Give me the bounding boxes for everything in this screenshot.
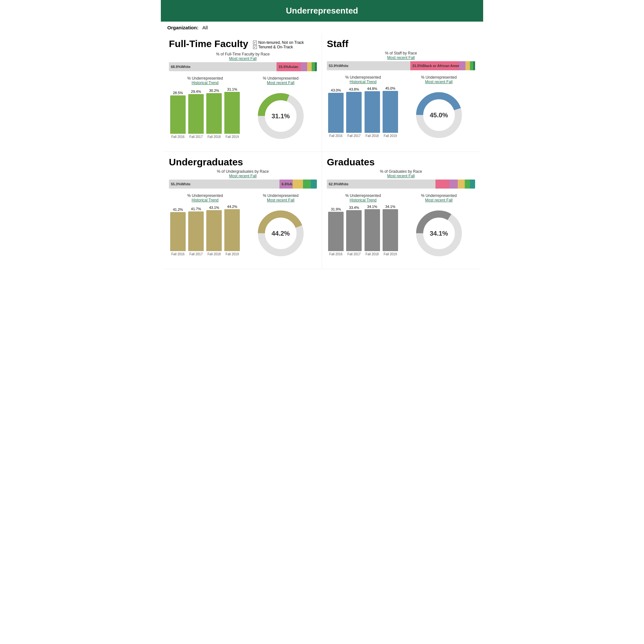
staff-title: Staff (327, 38, 475, 49)
faculty-historical-label: % Underrepresented Historical Trend (169, 76, 241, 85)
header: Underrepresented (161, 0, 483, 22)
undergrad-donut: 44.2% (245, 204, 317, 262)
grad-race-bar-link[interactable]: Most recent Fall (387, 174, 415, 178)
grad-race-bar-subtitle: % of Graduates by Race Most recent Fall (327, 169, 475, 178)
grad-historical-link[interactable]: Historical Trend (350, 198, 376, 202)
grad-donut: 34.1% (403, 204, 475, 262)
faculty-race-bar: 68.9%White15.5%Asian (169, 62, 317, 71)
header-title: Underrepresented (286, 6, 358, 15)
staff-bar-chart: 43.0%Fall 201643.8%Fall 201744.8%Fall 20… (327, 86, 399, 138)
faculty-race-bar-link[interactable]: Most recent Fall (229, 56, 257, 61)
staff-section: Staff % of Staff by Race Most recent Fal… (322, 34, 480, 152)
grad-recent-link[interactable]: Most recent Fall (425, 198, 453, 202)
faculty-legend-1-label: Non-tenured, Not on Track (258, 40, 304, 45)
faculty-section: Full-Time Faculty ✓ Non-tenured, Not on … (164, 34, 322, 152)
grad-title: Graduates (327, 157, 475, 168)
faculty-legend-2-label: Tenured & On-Track (258, 45, 293, 49)
faculty-historical-link[interactable]: Historical Trend (192, 81, 219, 85)
staff-recent-link[interactable]: Most recent Fall (425, 80, 453, 84)
faculty-bar-chart: 28.5%Fall 201629.4%Fall 201730.2%Fall 20… (169, 87, 241, 139)
faculty-recent-label: % Underrepresented Most recent Fall (245, 76, 317, 85)
staff-race-bar-link[interactable]: Most recent Fall (387, 55, 415, 60)
grad-bar-chart: 31.9%Fall 201633.4%Fall 201734.1%Fall 20… (327, 204, 399, 256)
faculty-title: Full-Time Faculty (169, 38, 248, 49)
staff-donut: 45.0% (403, 86, 475, 144)
org-value: All (202, 25, 208, 30)
staff-recent-label: % Underrepresented Most recent Fall (403, 75, 475, 84)
faculty-recent-link[interactable]: Most recent Fall (267, 81, 294, 85)
undergrad-historical-link[interactable]: Historical Trend (192, 198, 219, 202)
undergrad-recent-label: % Underrepresented Most recent Fall (245, 193, 317, 202)
grad-recent-label: % Underrepresented Most recent Fall (403, 193, 475, 202)
undergrad-race-bar: 55.3%White6.6%Asian (169, 180, 317, 189)
grad-section: Graduates % of Graduates by Race Most re… (322, 152, 480, 269)
faculty-race-bar-subtitle: % of Full-Time Faculty by Race Most rece… (169, 52, 317, 61)
undergrad-bar-chart: 41.2%Fall 201641.7%Fall 201743.1%Fall 20… (169, 204, 241, 256)
faculty-legend-1: ✓ Non-tenured, Not on Track (253, 40, 304, 45)
undergrad-section: Undergraduates % of Undergraduates by Ra… (164, 152, 322, 269)
undergrad-race-bar-subtitle: % of Undergraduates by Race Most recent … (169, 169, 317, 178)
staff-historical-link[interactable]: Historical Trend (350, 80, 376, 84)
org-label: Organization: (167, 25, 199, 30)
undergrad-historical-label: % Underrepresented Historical Trend (169, 193, 241, 202)
faculty-legend-2: ✓ Tenured & On-Track (253, 45, 304, 49)
undergrad-title: Undergraduates (169, 157, 317, 168)
faculty-donut: 31.1% (245, 87, 317, 145)
staff-historical-label: % Underrepresented Historical Trend (327, 75, 399, 84)
grad-race-bar: 62.9%White (327, 180, 475, 189)
staff-race-bar-subtitle: % of Staff by Race Most recent Fall (327, 51, 475, 60)
grad-historical-label: % Underrepresented Historical Trend (327, 193, 399, 202)
undergrad-recent-link[interactable]: Most recent Fall (267, 198, 294, 202)
staff-race-bar: 53.9%White31.5%Black or African American (327, 61, 475, 70)
undergrad-race-bar-link[interactable]: Most recent Fall (229, 174, 257, 178)
org-row: Organization: All (161, 22, 483, 34)
